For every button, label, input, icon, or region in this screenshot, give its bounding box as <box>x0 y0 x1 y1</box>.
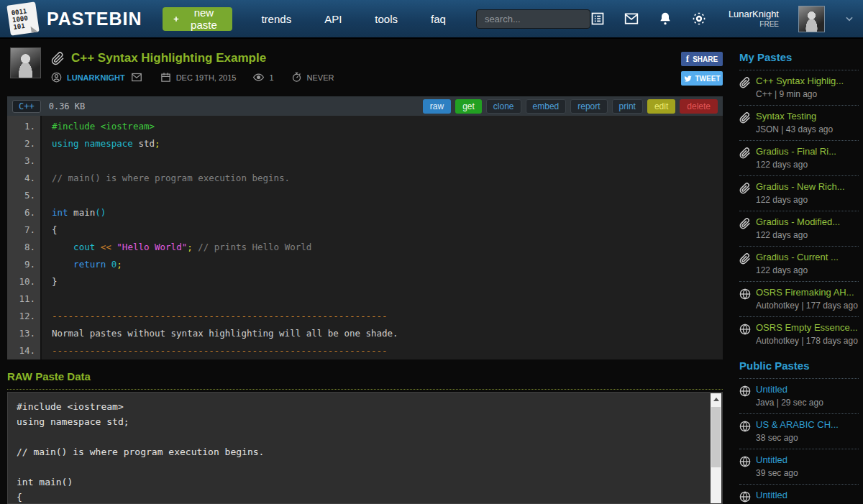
notifications-bell-icon[interactable] <box>658 12 672 26</box>
paste-size: 0.36 KB <box>49 101 86 111</box>
clone-button[interactable]: clone <box>486 99 521 114</box>
username: LunarKnight <box>729 9 779 20</box>
globe-icon <box>739 324 751 335</box>
user-menu[interactable]: LunarKnight FREE <box>729 9 779 29</box>
author-link[interactable]: LUNARKNIGHT <box>67 73 125 82</box>
views-count: 1 <box>269 73 273 82</box>
raw-scrollbar[interactable] <box>711 393 721 503</box>
tweet-label: TWEET <box>695 75 721 83</box>
delete-button[interactable]: delete <box>680 99 718 114</box>
code-line: 7.{ <box>7 221 723 239</box>
raw-button[interactable]: raw <box>423 99 451 114</box>
line-number: 14. <box>7 342 40 359</box>
pastebin-logo[interactable]: 0011 1000 101 <box>6 1 39 35</box>
paste-meta: 122 days ago <box>756 265 859 275</box>
paperclip-icon <box>739 147 751 159</box>
paste-list-item: Gradius - Current ...122 days ago <box>739 247 859 282</box>
code-text: int main() <box>40 204 106 221</box>
code-line: 9. return 0; <box>7 256 723 273</box>
plus-icon <box>173 14 180 24</box>
paste-link[interactable]: Untitled <box>756 454 859 465</box>
paperclip-icon <box>739 147 751 159</box>
paperclip-icon <box>739 218 751 229</box>
line-number: 4. <box>7 170 40 187</box>
nav-link-api[interactable]: API <box>324 13 342 25</box>
paste-link[interactable]: Syntax Testing <box>756 111 859 122</box>
paste-link[interactable]: Gradius - Modified... <box>756 216 859 227</box>
twitter-bird-icon <box>684 75 692 83</box>
get-button[interactable]: get <box>455 99 482 114</box>
paste-meta: 38 sec ago <box>756 433 859 443</box>
expire-value: NEVER <box>307 73 334 82</box>
code-text <box>40 152 52 170</box>
code-line: 2.using namespace std; <box>7 135 723 152</box>
message-author-icon[interactable] <box>130 72 143 83</box>
paperclip-icon <box>739 112 751 124</box>
report-button[interactable]: report <box>570 99 607 114</box>
new-paste-button[interactable]: new paste <box>163 7 233 31</box>
edit-button[interactable]: edit <box>647 99 675 114</box>
my-pastes-heading: My Pastes <box>739 43 859 70</box>
line-number: 10. <box>7 273 40 290</box>
globe-icon <box>739 385 751 397</box>
code-toolbar: C++ 0.36 KB rawgetcloneembedreportprinte… <box>7 96 723 116</box>
code-line: 4.// main() is where program execution b… <box>7 170 723 187</box>
twitter-tweet-button[interactable]: TWEET <box>681 71 723 86</box>
nav-link-tools[interactable]: tools <box>375 13 398 25</box>
paste-list-item: UntitledJava | 29 sec ago <box>739 379 859 414</box>
paste-meta: 122 days ago <box>756 195 859 205</box>
raw-paste-textarea[interactable]: #include <iostream> using namespace std;… <box>7 392 723 504</box>
code-text: // main() is where program execution beg… <box>40 170 290 187</box>
facebook-share-button[interactable]: f SHARE <box>681 52 723 66</box>
page: 0011 1000 101 PASTEBIN new paste trendsA… <box>0 0 863 504</box>
paste-link[interactable]: Untitled <box>756 384 859 395</box>
raw-paste-text: #include <iostream> using namespace std;… <box>17 399 705 503</box>
paste-link[interactable]: Gradius - New Rich... <box>756 181 859 192</box>
nav-link-faq[interactable]: faq <box>431 13 446 25</box>
paperclip-icon <box>739 183 751 194</box>
user-avatar[interactable] <box>798 6 825 32</box>
paste-link[interactable]: Untitled <box>756 490 859 500</box>
line-number: 1. <box>7 118 40 135</box>
code-line: 12.-------------------------------------… <box>7 308 723 325</box>
line-number: 8. <box>7 239 40 256</box>
plan-badge: FREE <box>729 20 779 29</box>
scrollbar-up-arrow-icon[interactable] <box>711 393 721 405</box>
pastes-list-icon[interactable] <box>590 12 605 26</box>
language-badge[interactable]: C++ <box>12 100 41 113</box>
paperclip-icon <box>739 253 751 265</box>
search-input[interactable] <box>476 9 590 29</box>
code-text: using namespace std; <box>40 135 160 152</box>
code-line: 1.#include <iostream> <box>7 118 723 135</box>
line-number: 11. <box>7 290 40 308</box>
code-text: Normal pastes without syntax highlightin… <box>40 325 398 342</box>
paste-link[interactable]: OSRS Empty Essence... <box>756 322 859 333</box>
paste-link[interactable]: Gradius - Final Ri... <box>756 146 859 157</box>
paperclip-icon <box>739 112 751 124</box>
embed-button[interactable]: embed <box>526 99 567 114</box>
paste-link[interactable]: US & ARABIC CH... <box>756 419 859 430</box>
author-avatar[interactable] <box>10 47 41 78</box>
globe-icon <box>739 421 751 432</box>
expire-timer-icon <box>291 72 302 83</box>
messages-icon[interactable] <box>624 12 639 26</box>
paste-link[interactable]: OSRS Firemaking AH... <box>756 287 859 298</box>
paste-link[interactable]: C++ Syntax Highlig... <box>756 75 859 86</box>
line-number: 13. <box>7 325 40 342</box>
brand-title[interactable]: PASTEBIN <box>47 9 142 29</box>
chevron-down-icon[interactable] <box>844 14 854 24</box>
new-paste-label: new paste <box>185 6 222 31</box>
paste-header: C++ Syntax Highlighting Example LUNARKNI… <box>10 47 334 83</box>
line-number: 2. <box>7 135 40 152</box>
globe-icon <box>739 385 751 397</box>
line-number: 9. <box>7 256 40 273</box>
paperclip-icon <box>739 77 751 88</box>
paste-link[interactable]: Gradius - Current ... <box>756 252 859 262</box>
print-button[interactable]: print <box>612 99 643 114</box>
scrollbar-thumb[interactable] <box>711 407 721 467</box>
paste-date: DEC 19TH, 2015 <box>176 73 237 82</box>
paste-actions: rawgetcloneembedreportprinteditdelete <box>423 99 718 114</box>
nav-link-trends[interactable]: trends <box>261 13 291 25</box>
line-number: 3. <box>7 152 40 170</box>
settings-gear-icon[interactable] <box>692 12 706 26</box>
